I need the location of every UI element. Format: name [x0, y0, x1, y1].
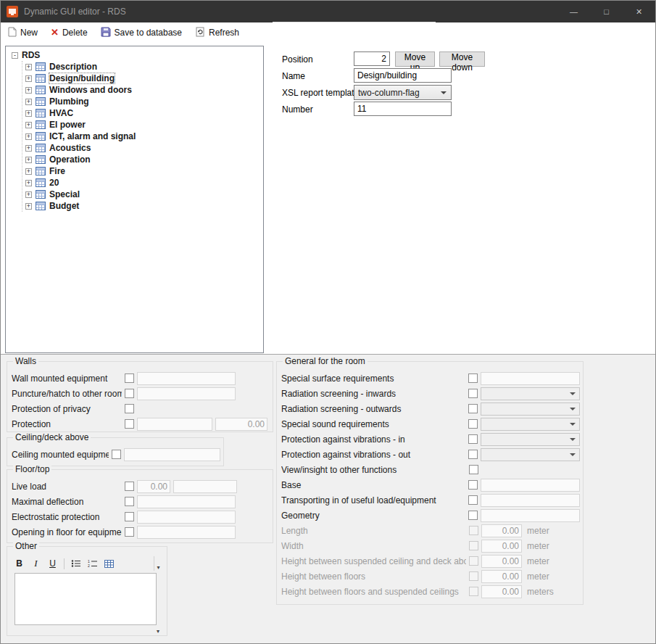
expand-icon[interactable]: +	[25, 64, 32, 70]
wall-mounted-equipment-checkbox[interactable]	[125, 373, 134, 383]
tree-item-windows-and-doors[interactable]: + Windows and doors	[22, 84, 263, 96]
height-between-floors-value-input[interactable]: 0.00	[481, 570, 522, 583]
expand-icon[interactable]: +	[25, 191, 32, 198]
bullet-list-button[interactable]	[68, 556, 83, 571]
protection-checkbox[interactable]	[125, 419, 134, 429]
refresh-button[interactable]: Refresh	[192, 25, 242, 41]
maximal-deflection-checkbox[interactable]	[125, 497, 134, 506]
maximize-button[interactable]: □	[590, 1, 623, 22]
tree-item-special[interactable]: + Special	[22, 189, 263, 200]
tree-item-operation[interactable]: + Operation	[22, 154, 263, 165]
tree-item-budget[interactable]: + Budget	[22, 200, 263, 212]
expand-icon[interactable]: +	[25, 145, 32, 152]
expand-icon[interactable]: +	[25, 122, 32, 128]
special-surface-input[interactable]	[481, 372, 580, 385]
expand-icon[interactable]: +	[25, 203, 32, 210]
expand-icon[interactable]: +	[25, 133, 32, 140]
base-input[interactable]	[481, 479, 580, 492]
new-button[interactable]: New	[5, 25, 41, 41]
close-button[interactable]: ✕	[623, 1, 655, 22]
other-richtext-editor[interactable]	[14, 573, 157, 625]
vibrations-out-checkbox[interactable]	[468, 450, 478, 459]
expand-icon[interactable]: +	[25, 168, 32, 175]
expand-icon[interactable]: +	[25, 180, 32, 186]
tree-item-fire[interactable]: + Fire	[22, 165, 263, 177]
number-input[interactable]	[354, 102, 452, 116]
opening-in-floor-checkbox[interactable]	[125, 527, 134, 537]
expand-icon[interactable]: +	[25, 157, 32, 163]
expand-icon[interactable]: +	[25, 110, 32, 117]
vibrations-in-checkbox[interactable]	[468, 434, 478, 444]
tree-item-label: Design/building	[49, 73, 115, 83]
tree-item-design-building[interactable]: + Design/building	[22, 73, 263, 84]
expand-icon[interactable]: +	[25, 75, 32, 82]
underline-button[interactable]: U	[45, 556, 60, 571]
width-value-input[interactable]: 0.00	[481, 540, 522, 553]
editor-overflow-icon[interactable]: ▾	[157, 628, 159, 635]
wall-mounted-equipment-input[interactable]	[137, 372, 236, 385]
special-surface-checkbox[interactable]	[468, 373, 478, 383]
electrostatic-protection-input[interactable]	[137, 511, 236, 524]
expand-icon[interactable]: +	[25, 99, 32, 105]
xsl-report-template-select[interactable]: two-column-flag	[354, 85, 452, 100]
numbered-list-button[interactable]: 12	[85, 556, 100, 571]
field-label: Base	[281, 480, 465, 490]
move-down-button[interactable]: Move down	[439, 51, 485, 67]
save-to-database-button[interactable]: Save to database	[98, 25, 185, 41]
move-up-button[interactable]: Move up	[395, 51, 435, 67]
geometry-checkbox[interactable]	[468, 511, 478, 520]
live-load-value-input[interactable]: 0.00	[137, 480, 170, 493]
radiation-inwards-select[interactable]	[481, 387, 580, 400]
live-load-input[interactable]	[173, 480, 237, 493]
radiation-inwards-checkbox[interactable]	[468, 389, 478, 398]
delete-button[interactable]: ✕ Delete	[48, 25, 91, 40]
transporting-input[interactable]	[481, 494, 580, 507]
transporting-checkbox[interactable]	[468, 495, 478, 505]
puncture-hatch-input[interactable]	[137, 387, 236, 400]
tree-item-el-power[interactable]: + El power	[22, 119, 263, 131]
height-floors-suspended-ceilings-value-input[interactable]: 0.00	[481, 585, 522, 598]
table-icon	[36, 86, 46, 94]
insert-table-button[interactable]	[101, 556, 117, 571]
radiation-outwards-select[interactable]	[481, 402, 580, 416]
name-input[interactable]	[354, 68, 452, 83]
tree-item-description[interactable]: + Description	[22, 61, 263, 73]
live-load-checkbox[interactable]	[125, 482, 134, 491]
maximal-deflection-input[interactable]	[137, 495, 236, 508]
collapse-icon[interactable]: -	[12, 52, 18, 59]
protection-of-privacy-checkbox[interactable]	[125, 404, 134, 413]
tree-item-hvac[interactable]: + HVAC	[22, 107, 263, 119]
bold-button[interactable]: B	[12, 556, 27, 571]
position-input[interactable]	[354, 51, 390, 66]
toolbar-overflow-icon[interactable]: ▾	[154, 556, 162, 571]
ceiling-mounted-equipment-input[interactable]	[124, 448, 220, 461]
view-insight-checkbox[interactable]	[469, 465, 478, 474]
tree-item-label: Plumbing	[49, 96, 89, 107]
vibrations-in-select[interactable]	[481, 433, 580, 446]
special-sound-select[interactable]	[481, 418, 580, 431]
field-label: Maximal deflection	[12, 497, 122, 507]
protection-value-input[interactable]: 0.00	[215, 418, 267, 431]
tree-item-plumbing[interactable]: + Plumbing	[22, 96, 263, 107]
opening-in-floor-input[interactable]	[137, 526, 236, 539]
ceiling-mounted-equipment-checkbox[interactable]	[112, 450, 121, 459]
protection-input[interactable]	[137, 418, 212, 431]
tree-item-acoustics[interactable]: + Acoustics	[22, 142, 263, 154]
special-sound-checkbox[interactable]	[468, 419, 478, 429]
minimize-button[interactable]: —	[557, 1, 590, 22]
vibrations-out-select[interactable]	[481, 448, 580, 461]
radiation-outwards-checkbox[interactable]	[468, 404, 478, 413]
tree-item-ict-alarm-signal[interactable]: + ICT, alarm and signal	[22, 131, 263, 142]
tree-root[interactable]: - RDS	[12, 49, 263, 61]
electrostatic-protection-checkbox[interactable]	[125, 512, 134, 521]
puncture-hatch-checkbox[interactable]	[125, 389, 134, 398]
base-checkbox[interactable]	[468, 480, 478, 490]
italic-button[interactable]: I	[28, 556, 43, 571]
length-value-input[interactable]: 0.00	[481, 524, 522, 537]
radiation-outwards-row: Radiation screening - outwards	[281, 401, 580, 416]
window-title: Dynamic GUI editor - RDS	[24, 7, 126, 17]
tree-item-20[interactable]: + 20	[22, 177, 263, 189]
geometry-input[interactable]	[481, 509, 580, 522]
expand-icon[interactable]: +	[25, 87, 32, 94]
height-ceiling-deck-value-input[interactable]: 0.00	[481, 555, 522, 568]
